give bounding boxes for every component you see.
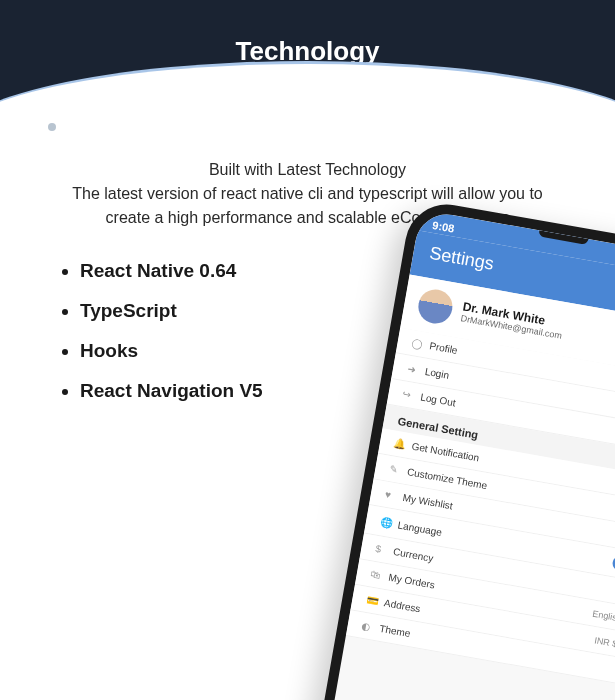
status-time: 9:08: [432, 218, 456, 234]
menu-item-value: English: [592, 608, 615, 623]
user-icon: ◯: [411, 337, 431, 351]
orders-icon: 🛍: [370, 568, 390, 582]
page-title: Technology: [0, 0, 615, 67]
menu-item-value: INR $: [594, 635, 615, 649]
login-icon: ➜: [406, 363, 426, 377]
header-curve: [0, 61, 615, 140]
logout-icon: ↪: [402, 388, 422, 402]
subtitle-line1: Built with Latest Technology: [50, 158, 565, 182]
address-icon: 💳: [366, 594, 386, 608]
page-header: Technology: [0, 0, 615, 140]
avatar: [416, 287, 455, 326]
globe-icon: 🌐: [379, 516, 399, 530]
decorative-dot: [48, 123, 56, 131]
user-info: Dr. Mark White DrMarkWhite@gmail.com: [460, 299, 565, 340]
theme2-icon: ◐: [361, 620, 381, 634]
bell-icon: 🔔: [393, 437, 413, 451]
heart-icon: ♥: [384, 489, 404, 503]
dollar-icon: $: [375, 543, 395, 557]
theme-icon: ✎: [389, 463, 409, 477]
